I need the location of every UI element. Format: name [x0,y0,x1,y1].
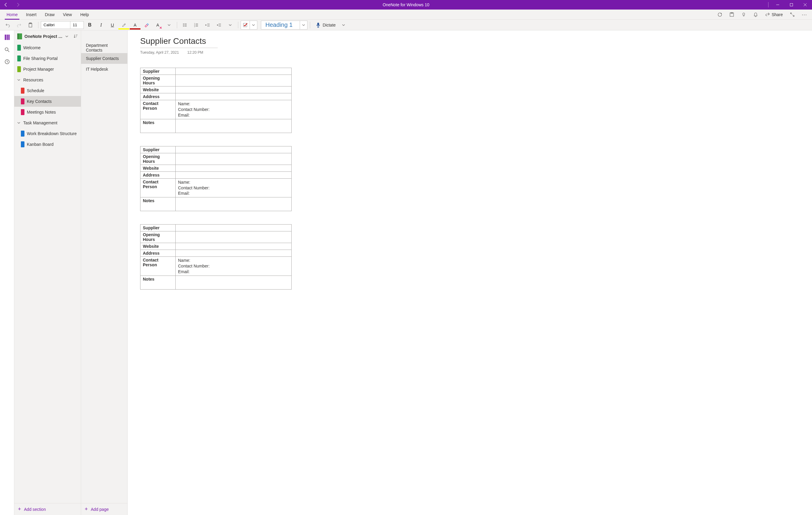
page-item[interactable]: Department Contacts [81,42,127,53]
section-item[interactable]: Welcome [14,42,81,53]
page-title[interactable]: Supplier Contacts [140,36,218,48]
table-cell[interactable] [176,243,292,250]
ribbon-tab-draw[interactable]: Draw [40,9,59,20]
highlight-button[interactable] [118,21,129,30]
italic-button[interactable]: I [96,21,107,30]
add-page-button[interactable]: + Add page [81,503,127,515]
table-cell[interactable]: Name:Contact Number:Email: [176,100,292,119]
format-painter-button[interactable]: A [152,21,163,30]
table-cell[interactable] [176,75,292,86]
table-cell[interactable] [176,276,292,290]
page-item[interactable]: Supplier Contacts [81,53,127,64]
maximize-button[interactable] [785,0,798,9]
table-cell[interactable] [176,231,292,243]
section-item[interactable]: Meetings Notes [14,107,81,117]
notebook-header[interactable]: OneNote Project Management [14,30,81,42]
paragraph-dropdown[interactable] [225,21,236,30]
section-label: Schedule [27,88,44,93]
indent-button[interactable] [213,21,224,30]
table-cell[interactable] [176,93,292,100]
section-item[interactable]: Resources [14,75,81,85]
styles-selector[interactable]: Heading 1 [261,21,308,30]
feed-icon[interactable] [726,9,737,20]
ribbon-tab-insert[interactable]: Insert [22,9,40,20]
table-cell[interactable] [176,86,292,93]
table-label: Notes [141,119,176,133]
supplier-table[interactable]: Supplier Opening Hours Website Address C… [140,68,800,133]
section-item[interactable]: Key Contacts [14,96,81,107]
back-button[interactable] [0,0,12,9]
sync-icon[interactable] [715,9,725,20]
outdent-button[interactable] [202,21,213,30]
notebooks-icon[interactable] [4,34,10,42]
section-item[interactable]: Schedule [14,85,81,96]
table-cell[interactable] [176,146,292,153]
section-item[interactable]: Work Breakdown Structure [14,128,81,139]
lightbulb-icon[interactable] [738,9,749,20]
forward-button[interactable] [12,0,24,9]
section-item[interactable]: File Sharing Portal [14,53,81,64]
table-cell[interactable] [176,165,292,171]
more-formatting-dropdown[interactable] [164,21,174,30]
supplier-table[interactable]: Supplier Opening Hours Website Address C… [140,224,800,290]
svg-rect-0 [790,4,793,6]
table-cell[interactable] [176,68,292,75]
more-options-button[interactable]: ⋯ [799,9,810,20]
sort-icon[interactable] [74,34,78,39]
table-cell[interactable]: Name:Contact Number:Email: [176,178,292,197]
ribbon-tab-help[interactable]: Help [76,9,93,20]
ribbon-tab-view[interactable]: View [59,9,76,20]
dictate-label: Dictate [323,23,336,27]
tags-dropdown[interactable] [250,24,257,27]
table-cell[interactable] [176,225,292,231]
section-item[interactable]: Project Manager [14,64,81,75]
close-button[interactable] [798,0,812,9]
section-color-icon [21,131,25,137]
table-label: Opening Hours [141,231,176,243]
dictate-button[interactable]: Dictate [313,21,339,30]
svg-rect-15 [6,35,8,40]
clear-formatting-button[interactable] [141,21,152,30]
plus-icon: + [18,506,21,512]
section-item[interactable]: Task Management [14,117,81,128]
bullets-button[interactable] [179,21,190,30]
table-cell[interactable] [176,250,292,257]
clipboard-button[interactable] [25,21,36,30]
font-name-input[interactable]: Calibri [41,22,70,29]
font-size-input[interactable]: 11 [70,22,84,29]
table-cell[interactable] [176,153,292,165]
svg-point-8 [183,26,184,26]
dictate-dropdown[interactable] [340,24,347,27]
section-item[interactable]: Kanban Board [14,139,81,150]
recent-icon[interactable] [4,59,10,66]
section-label: Project Manager [23,67,54,71]
notifications-icon[interactable] [750,9,761,20]
minimize-button[interactable] [771,0,785,9]
table-cell[interactable] [176,197,292,211]
table-cell[interactable]: Name:Contact Number:Email: [176,257,292,276]
table-cell[interactable] [176,119,292,133]
page-canvas[interactable]: Supplier Contacts Tuesday, April 27, 202… [127,30,812,515]
fullscreen-icon[interactable] [787,9,798,20]
add-section-button[interactable]: + Add section [14,503,81,515]
table-label: Notes [141,276,176,290]
table-label: Address [141,171,176,178]
supplier-table[interactable]: Supplier Opening Hours Website Address C… [140,146,800,211]
font-color-button[interactable]: A [130,21,141,30]
tags-selector[interactable] [241,21,257,30]
styles-dropdown[interactable] [300,24,307,27]
search-icon[interactable] [4,47,10,54]
undo-button[interactable] [2,21,13,30]
bold-button[interactable]: B [84,21,95,30]
page-item[interactable]: IT Helpdesk [81,64,127,75]
sections-panel: OneNote Project Management WelcomeFile S… [14,30,81,515]
table-cell[interactable] [176,171,292,178]
numbering-button[interactable]: 123 [191,21,202,30]
share-button[interactable]: Share [762,9,786,20]
ribbon-tab-home[interactable]: Home [2,9,22,20]
font-selector[interactable]: Calibri 11 [41,21,84,29]
section-color-icon [17,45,21,51]
table-label: Website [141,243,176,250]
redo-button[interactable] [14,21,25,30]
underline-button[interactable]: U [107,21,118,30]
